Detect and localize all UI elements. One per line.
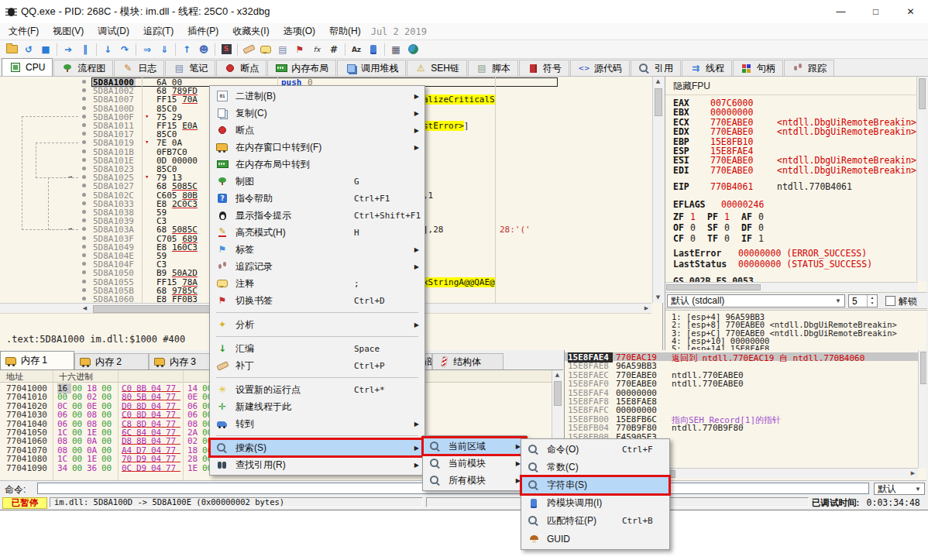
tab-graph[interactable]: 流程图 [53,60,113,76]
tab-seh-chain[interactable]: ⚠SEH链 [407,60,467,76]
flag-sf[interactable]: SF0 [707,222,741,233]
menu-item-patch[interactable]: 补丁Ctrl+P [210,357,424,374]
flag-cf[interactable]: CF0 [673,233,707,244]
menu-item-graph[interactable]: 制图G [210,173,424,190]
az-button[interactable]: Az [348,42,365,57]
hash-button[interactable]: # [325,42,342,57]
menu-item-goto[interactable]: 转到 [210,415,424,432]
step-down-icon[interactable] [868,301,877,306]
flag-pf[interactable]: PF1 [707,211,741,222]
stack-row[interactable]: 15E8FB0015E8FB6C指向SEH_Record[1]的指针 [565,414,918,423]
hide-fpu-button[interactable]: 隐藏FPU [673,80,710,93]
tab-breakpoints[interactable]: 断点 [216,60,266,76]
restart-button[interactable]: ↺ [20,42,37,57]
menu-item-goto-memory-map[interactable]: 在内存布局中转到 [210,156,424,173]
argument-row[interactable]: 2: [esp+8] 770EABE0 <ntdll.DbgUiRemoteBr… [665,320,927,328]
animate-over-button[interactable]: ⇓ [156,42,173,57]
menu-item-show-instruction-tips[interactable]: 显示指令提示Ctrl+Shift+F1 [210,207,424,224]
stack-row[interactable]: 15E8FAF0770EABE0ntdll.770EABE0 [565,379,918,387]
menu-debug[interactable]: 调试(D) [91,23,136,40]
tab-symbols[interactable]: 符号 [519,60,569,76]
tab-notes[interactable]: ▤笔记 [165,60,215,76]
tab-script[interactable]: ▤脚本 [468,60,518,76]
menu-trace[interactable]: 追踪(T) [136,23,180,40]
tab-struct[interactable]: 结构体 [432,353,504,369]
settings-button[interactable]: S [218,42,235,57]
tab-threads[interactable]: ⇉线程 [682,60,732,76]
menu-view[interactable]: 视图(V) [46,23,91,40]
menu-item-search-intermodular-calls[interactable]: 跨模块调用(I) [521,494,669,512]
register-row-eip[interactable]: EIP770B4061ntdll.770B4061 [665,181,918,191]
register-row-ebp[interactable]: EBP15E8FB10 [665,136,918,146]
menu-favourites[interactable]: 收藏夹(I) [225,23,276,40]
register-row-edx[interactable]: EDX770EABE0<ntdll.DbgUiRemoteBreakin> [665,126,918,136]
menu-item-binary[interactable]: 01二进制(B) [210,88,424,105]
menu-item-highlight-mode[interactable]: ✎高亮模式(H)H [210,224,424,241]
stepper-arrows[interactable] [867,295,877,307]
scroll-right-icon[interactable] [908,469,918,479]
menu-item-search-command[interactable]: 命令(O)Ctrl+F [521,441,669,459]
execute-till-return-button[interactable]: ↑ [178,42,195,57]
comment-button[interactable] [257,42,274,57]
register-row-edi[interactable]: EDI770EABE0<ntdll.DbgUiRemoteBreakin> [665,165,918,174]
menu-item-search-all-modules[interactable]: 所有模块 [423,472,526,489]
bookmark-button[interactable]: ⚑ [291,42,308,57]
unlock-checkbox[interactable] [885,296,895,306]
depth-stepper[interactable]: 5 [848,294,878,307]
open-folder-button[interactable] [3,42,20,57]
scroll-up-icon[interactable] [653,77,663,87]
modules-button[interactable] [365,42,382,57]
step-over-button[interactable]: ↷ [116,42,133,57]
stack-row[interactable]: 15E8FAFC00000000 [565,405,918,414]
register-row-ebx[interactable]: EBX00000000 [665,107,918,116]
stack-row[interactable]: 15E8FAF815E8FAE8 [565,397,918,405]
step-into-button[interactable]: ↓ [99,42,116,57]
scroll-up-icon[interactable] [552,370,562,380]
scroll-down-icon[interactable] [653,293,663,303]
close-button[interactable]: ✕ [893,0,928,23]
menu-plugins[interactable]: 插件(P) [180,23,225,40]
minimize-button[interactable]: — [823,0,858,23]
menu-item-search-string-references[interactable]: 字符串(S) [521,476,669,494]
maximize-button[interactable]: □ [858,0,893,23]
patch-button[interactable] [240,42,257,57]
animate-into-button[interactable]: ⇒ [139,42,156,57]
register-row-ecx[interactable]: ECX770EABE0<ntdll.DbgUiRemoteBreakin> [665,117,918,126]
tab-dump-2[interactable]: 内存 2 [74,353,149,369]
scrollbar-thumb[interactable] [666,284,761,290]
tab-source[interactable]: <>源代码 [570,60,630,76]
argument-row[interactable]: 3: [esp+C] 770EABE0 <ntdll.DbgUiRemoteBr… [665,328,927,336]
menu-item-comment[interactable]: 注释; [210,275,424,292]
scrollbar-thumb[interactable] [655,88,662,116]
menu-item-search-current-region[interactable]: 当前区域 [423,438,526,455]
menu-help[interactable]: 帮助(H) [322,23,368,40]
status-row-laststatus[interactable]: LastStatus00000000 (STATUS_SUCCESS) [665,259,921,270]
stack-row[interactable]: 15E8FAEC770EABE0ntdll.770EABE0 [565,370,918,379]
eflags-row[interactable]: EFLAGS00000246 [665,199,918,210]
menu-options[interactable]: 选项(O) [277,23,322,40]
stack-row[interactable]: 15E8FAE4770EAC19返回到 ntdll.770EAC19 自 ntd… [565,352,918,361]
tab-references[interactable]: 引用 [631,60,681,76]
menu-item-assemble[interactable]: ↓汇编Space [210,340,424,357]
menu-item-search[interactable]: 搜索(S) [210,439,424,456]
globe-button[interactable] [404,42,421,57]
register-row-esp[interactable]: ESP15E8FAE4 [665,146,918,155]
menu-item-set-new-origin[interactable]: ✳设置新的运行点Ctrl+* [210,381,424,398]
attach-button[interactable]: ☻ [195,42,212,57]
menu-item-search-current-module[interactable]: 当前模块 [423,455,526,472]
notes-button[interactable]: ▤ [274,42,291,57]
menu-item-find-references[interactable]: 查找引用(R) [210,456,424,473]
menu-item-toggle-bookmark[interactable]: ⚑切换书签Ctrl+D [210,292,424,309]
stack-row[interactable]: 15E8FAE896A59BB3 [565,361,918,369]
flag-af[interactable]: AF0 [741,211,775,222]
calculator-button[interactable]: ▦ [387,42,404,57]
menu-item-breakpoint[interactable]: 断点 [210,122,424,139]
menu-item-instruction-help[interactable]: ?指令帮助Ctrl+F1 [210,190,424,207]
step-up-icon[interactable] [868,295,877,301]
tab-cpu[interactable]: CPU [2,58,53,76]
menu-item-analysis[interactable]: ✦分析 [210,316,424,333]
register-row-esi[interactable]: ESI770EABE0<ntdll.DbgUiRemoteBreakin> [665,155,918,164]
flag-df[interactable]: DF0 [741,222,775,233]
stop-button[interactable]: ■ [37,42,54,57]
menu-item-goto-memory-window[interactable]: 在内存窗口中转到(F) [210,139,424,156]
